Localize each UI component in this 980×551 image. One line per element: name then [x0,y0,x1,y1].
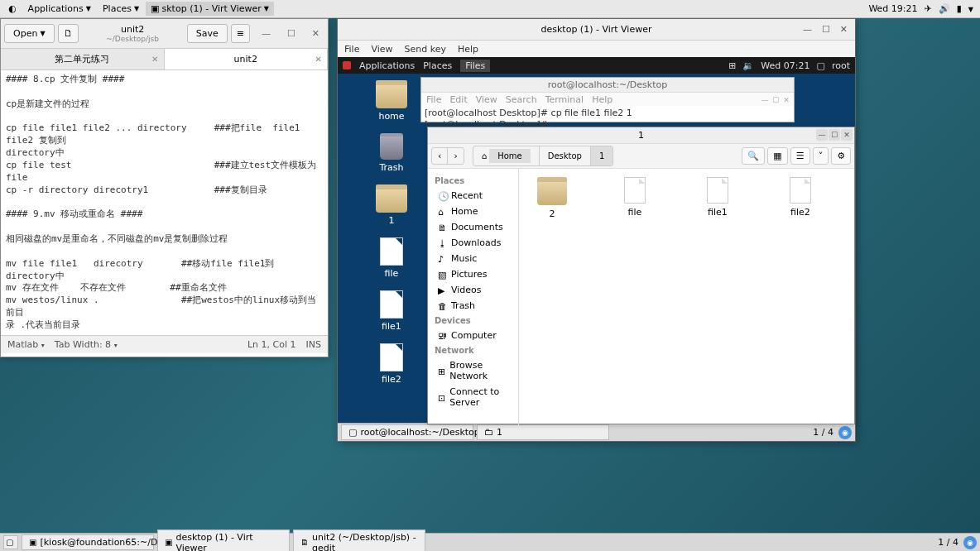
workspace-indicator[interactable]: 1 / 4 [813,427,833,438]
view-options-button[interactable]: ˅ [813,147,829,165]
virt-titlebar: desktop (1) - Virt Viewer — ☐ ✕ [338,19,855,41]
close-icon[interactable]: ✕ [151,55,158,64]
desktop-icon-home[interactable]: home [363,80,420,122]
taskbar-item-kiosk[interactable]: ▣ [kiosk@foundation65:~/Desktop] [22,534,154,550]
menu-edit[interactable]: Edit [449,94,467,105]
terminal-menubar: File Edit View Search Terminal Help [421,93,794,106]
editor-body[interactable]: #### 8.cp 文件复制 #### cp是新建文件的过程 cp file f… [1,70,328,335]
sidebar-item-trash[interactable]: 🗑Trash [428,298,518,314]
sidebar-heading-network: Network [428,343,518,357]
desktop-icon-trash[interactable]: Trash [363,133,420,173]
desktop-icon-folder1[interactable]: 1 [363,184,420,226]
taskbar-item-files[interactable]: 🗀 1 [477,424,609,440]
menu-help[interactable]: Help [458,44,478,55]
menu-help[interactable]: Help [592,94,612,105]
taskbar-item-gedit[interactable]: 🗎 unit2 (~/Desktop/jsb) - gedit [293,529,425,552]
search-button[interactable]: 🔍 [742,147,765,165]
crumb-1[interactable]: 1 [591,146,612,165]
back-button[interactable]: ‹ [432,148,448,164]
sidebar-item-music[interactable]: ♪Music [428,251,518,266]
desktop-icon-file2[interactable]: file2 [363,343,420,385]
sidebar-item-connect[interactable]: ⊡Connect to Server [428,384,518,410]
menu-view[interactable]: View [476,94,497,105]
close-button[interactable]: ✕ [836,23,852,36]
close-button[interactable]: ✕ [307,26,324,41]
activities-icon[interactable] [343,61,351,69]
forward-button[interactable]: › [448,148,463,164]
tabwidth-selector[interactable]: Tab Width: 8 ▾ [55,339,118,350]
crumb-desktop[interactable]: Desktop [540,146,591,165]
gear-button[interactable]: ⚙ [831,147,851,165]
workspace-badge[interactable]: ◉ [963,536,977,549]
minimize-button[interactable]: — [816,129,828,141]
close-button[interactable]: ✕ [781,93,791,108]
desktop-icon-file[interactable]: file [363,237,420,279]
guest-apps-menu[interactable]: Applications [359,60,415,71]
open-button[interactable]: Open ▼ [4,24,55,43]
guest-user[interactable]: root [832,60,850,71]
network-icon[interactable]: ⊞ [728,60,736,71]
minimize-button[interactable]: — [257,26,276,41]
window-menu[interactable]: ▣ sktop (1) - Virt Viewer ▼ [146,2,274,16]
maximize-button[interactable]: ☐ [818,23,834,36]
close-icon[interactable]: ✕ [315,55,322,64]
airplane-icon[interactable]: ✈ [925,3,932,14]
crumb-home[interactable]: ⌂ Home [473,146,540,165]
battery-icon[interactable]: ▢ [817,60,825,71]
file-item-file2[interactable]: file2 [776,177,825,218]
sidebar-item-pictures[interactable]: ▧Pictures [428,266,518,282]
files-main[interactable]: 2 file file1 file2 [519,169,854,425]
sidebar-item-computer[interactable]: 🖳Computer [428,328,518,343]
places-menu[interactable]: Places ▼ [98,2,144,16]
maximize-button[interactable]: ☐ [771,93,781,108]
host-topbar: ◐ Applications ▼ Places ▼ ▣ sktop (1) - … [0,0,980,18]
file-item-file1[interactable]: file1 [693,177,742,218]
menu-search[interactable]: Search [506,94,537,105]
menu-sendkey[interactable]: Send key [405,44,446,55]
file-item-file[interactable]: file [610,177,660,218]
taskbar-item-terminal[interactable]: ▢ root@localhost:~/Desktop [341,424,473,440]
guest-files-menu[interactable]: Files [460,60,490,72]
clock[interactable]: Wed 19:21 [868,3,917,14]
menu-terminal[interactable]: Terminal [545,94,584,105]
view-list-button[interactable]: ☰ [790,147,810,165]
maximize-button[interactable]: ☐ [829,129,840,141]
sidebar-item-home[interactable]: ⌂Home [428,204,518,219]
workspace-badge[interactable]: ◉ [838,426,852,439]
menu-view[interactable]: View [371,44,392,55]
view-grid-button[interactable]: ▦ [767,147,787,165]
taskbar-showdesktop[interactable]: ▢ [3,535,18,549]
new-doc-button[interactable]: 🗋 [58,24,79,43]
sidebar-item-recent[interactable]: 🕓Recent [428,188,518,204]
save-button[interactable]: Save [187,24,228,43]
guest-topbar: Applications Places Files ⊞ 🔉 Wed 07:21 … [338,57,855,74]
volume-icon[interactable]: 🔉 [742,60,754,71]
tab-unit2[interactable]: unit2✕ [165,49,329,69]
maximize-button[interactable]: ☐ [282,26,300,41]
lang-selector[interactable]: Matlab ▾ [7,339,45,350]
workspace-indicator[interactable]: 1 / 4 [938,537,958,548]
taskbar-item-virt[interactable]: ▣ desktop (1) - Virt Viewer [157,529,290,552]
sidebar-item-documents[interactable]: 🗎Documents [428,219,518,235]
minimize-button[interactable]: — [799,23,816,36]
sidebar-item-browse[interactable]: ⊞Browse Network [428,357,518,384]
tab-unit1[interactable]: 第二单元练习✕ [1,49,165,69]
volume-icon[interactable]: 🔊 [939,3,950,14]
hamburger-button[interactable]: ≡ [231,24,250,43]
applications-menu[interactable]: Applications ▼ [23,2,96,16]
guest-clock[interactable]: Wed 07:21 [761,60,809,71]
activities-icon[interactable]: ◐ [3,2,22,16]
sidebar-item-videos[interactable]: ▶Videos [428,282,518,298]
battery-icon[interactable]: ▮ [957,3,962,14]
guest-places-menu[interactable]: Places [423,60,452,71]
gedit-window: Open ▼ 🗋 unit2 ~/Desktop/jsb Save ≡ — ☐ … [0,18,329,357]
files-toolbar: ‹ › ⌂ Home Desktop 1 🔍 ▦ ☰ ˅ ⚙ [428,144,854,169]
menu-file[interactable]: File [426,94,441,105]
sidebar-item-downloads[interactable]: ⭳Downloads [428,235,518,251]
desktop-icon-file1[interactable]: file1 [363,290,420,332]
minimize-button[interactable]: — [760,93,770,108]
file-item-folder2[interactable]: 2 [527,177,577,219]
menu-file[interactable]: File [344,44,359,55]
power-icon[interactable]: ▼ [968,3,973,14]
close-button[interactable]: ✕ [841,129,853,141]
